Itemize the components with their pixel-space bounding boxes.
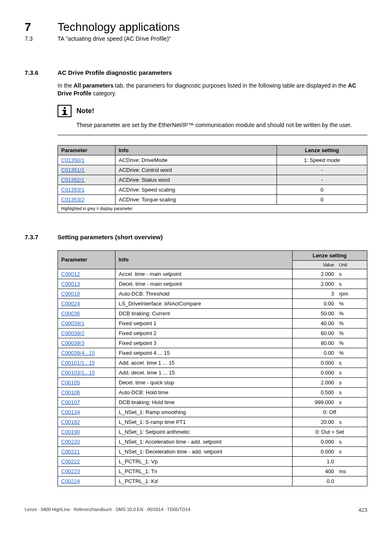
table-row: C00039/4...15Fixed setpoint 4 ... 150.00… <box>58 348 367 358</box>
note-label: Note! <box>76 107 94 115</box>
parameter-link[interactable]: C00182 <box>61 419 80 425</box>
unit-cell: % <box>337 298 367 308</box>
diagnostic-parameters-table: Parameter Info Lenze setting C01350/1ACD… <box>58 145 367 213</box>
section-number: 7.3 <box>25 35 44 42</box>
table-row: C00039/3Fixed setpoint 380.00% <box>58 338 367 348</box>
parameter-link[interactable]: C00024 <box>61 301 80 307</box>
col-parameter: Parameter <box>58 145 115 155</box>
parameter-link[interactable]: C00039/4...15 <box>61 350 95 356</box>
unit-cell: % <box>337 318 367 328</box>
unit-cell: % <box>337 338 367 348</box>
unit-cell <box>337 456 367 466</box>
info-cell: L_PCTRL_1: Kd <box>115 476 293 486</box>
value-cell: 40.00 <box>292 318 337 328</box>
parameter-link[interactable]: C00036 <box>61 310 80 317</box>
unit-cell: s <box>337 437 367 446</box>
info-cell: L_NSet_1: Setpoint arithmetic <box>115 427 293 437</box>
parameter-link[interactable]: C00222 <box>61 458 80 465</box>
parameter-link[interactable]: C01350/1 <box>61 157 84 163</box>
divider: _ _ _ _ _ _ _ _ _ _ _ _ _ _ _ _ _ _ _ _ … <box>25 51 367 58</box>
subsection-number: 7.3.6 <box>25 69 44 76</box>
col-lenze-setting: Lenze setting <box>277 145 367 155</box>
parameter-link[interactable]: C01353/2 <box>61 197 84 203</box>
col-value: Value <box>292 260 337 269</box>
intro-paragraph: In the All parameters tab, the parameter… <box>58 82 367 97</box>
unit-cell: s <box>337 377 367 387</box>
subsection-title: AC Drive Profile diagnostic parameters <box>58 69 172 76</box>
table-row: C00224L_PCTRL_1: Kd0.0 <box>58 476 367 486</box>
parameter-link[interactable]: C00223 <box>61 468 80 474</box>
parameter-link[interactable]: C00105 <box>61 379 80 386</box>
info-cell: Fixed setpoint 4 ... 15 <box>115 348 293 358</box>
setting-cell: - <box>277 165 367 175</box>
parameter-link[interactable]: C00019 <box>61 291 80 297</box>
value-cell: 1.0 <box>292 456 337 466</box>
table-row: C00221L_NSet_1: Deceleration time - add.… <box>58 446 367 456</box>
info-cell: Fixed setpoint 3 <box>115 338 293 348</box>
col-unit: Unit <box>337 260 367 269</box>
unit-cell <box>337 476 367 486</box>
unit-cell: % <box>337 328 367 338</box>
info-cell: ACDrive: DriveMode <box>115 155 277 165</box>
value-cell: 0.000 <box>292 368 337 377</box>
info-cell: ACDrive: Torque scaling <box>115 194 277 204</box>
parameter-link[interactable]: C00106 <box>61 389 80 395</box>
table-row: C00105Decel. time - quick stop2.000s <box>58 377 367 387</box>
info-cell: DCB braking: Current <box>115 308 293 318</box>
value-cell: 0.0 <box>292 476 337 486</box>
unit-cell: s <box>337 387 367 397</box>
chapter-number: 7 <box>25 21 44 34</box>
unit-cell: s <box>337 358 367 368</box>
info-cell: L_PCTRL_1: Vp <box>115 456 293 466</box>
parameter-link[interactable]: C00039/3 <box>61 340 84 346</box>
setting-cell: 0 <box>277 185 367 194</box>
info-cell: Add. decel. time 1 ... 15 <box>115 368 293 377</box>
info-cell: Fixed setpoint 1 <box>115 318 293 328</box>
chapter-title: Technology applications <box>58 21 180 34</box>
parameter-link[interactable]: C00039/1 <box>61 320 84 326</box>
info-cell: Decel. time - main setpoint <box>115 279 293 289</box>
info-cell: L_NSet_1: Acceleration time - add. setpo… <box>115 437 293 446</box>
unit-cell: s <box>337 397 367 407</box>
info-cell: Accel. time - main setpoint <box>115 269 293 279</box>
footer-text: Lenze · 8400 HighLine · Referenzhandbuch… <box>25 507 190 513</box>
parameter-link[interactable]: C00107 <box>61 399 80 405</box>
info-cell: L_PCTRL_1: Tn <box>115 466 293 476</box>
info-cell: Fixed setpoint 2 <box>115 328 293 338</box>
parameter-link[interactable]: C00103/1...15 <box>61 370 95 376</box>
info-cell: Add. accel. time 1 ... 15 <box>115 358 293 368</box>
parameter-link[interactable]: C00224 <box>61 478 80 484</box>
parameter-link[interactable]: C01352/1 <box>61 177 84 183</box>
parameter-link[interactable]: C00101/1...15 <box>61 360 95 366</box>
setting-cell: 1: Speed mode <box>277 155 367 165</box>
parameter-link[interactable]: C00013 <box>61 281 80 287</box>
parameter-link[interactable]: C00012 <box>61 271 80 277</box>
value-cell: 0.500 <box>292 387 337 397</box>
parameter-link[interactable]: C01351/1 <box>61 167 84 173</box>
parameter-link[interactable]: C00190 <box>61 429 80 435</box>
parameter-link[interactable]: C00221 <box>61 449 80 455</box>
page-number: 423 <box>358 507 367 513</box>
unit-cell: % <box>337 348 367 358</box>
col-info: Info <box>115 250 293 269</box>
value-cell: 2.000 <box>292 279 337 289</box>
unit-cell: rpm <box>337 289 367 298</box>
table-row: C00223L_PCTRL_1: Tn400ms <box>58 466 367 476</box>
value-cell: 0.000 <box>292 358 337 368</box>
info-cell: ACDrive: Status word <box>115 175 277 185</box>
table-row: C00019Auto-DCB: Threshold3rpm <box>58 289 367 298</box>
parameter-link[interactable]: C00220 <box>61 439 80 445</box>
info-cell: LS_DriveInterface: bNActCompare <box>115 298 293 308</box>
value-cell: 0: Off <box>292 407 367 417</box>
setting-cell: - <box>277 175 367 185</box>
parameter-link[interactable]: C00039/2 <box>61 330 84 336</box>
table-row: C00107DCB braking: Hold time999.000s <box>58 397 367 407</box>
table-row: C01353/2ACDrive: Torque scaling0 <box>58 194 367 204</box>
unit-cell: s <box>337 417 367 427</box>
table-row: C00134L_NSet_1: Ramp smoothing0: Off <box>58 407 367 417</box>
info-cell: L_NSet_1: Deceleration time - add. setpo… <box>115 446 293 456</box>
info-cell: Auto-DCB: Threshold <box>115 289 293 298</box>
parameter-link[interactable]: C01353/1 <box>61 187 84 193</box>
setting-parameters-table: Parameter Info Lenze setting Value Unit … <box>58 250 367 486</box>
parameter-link[interactable]: C00134 <box>61 409 80 415</box>
